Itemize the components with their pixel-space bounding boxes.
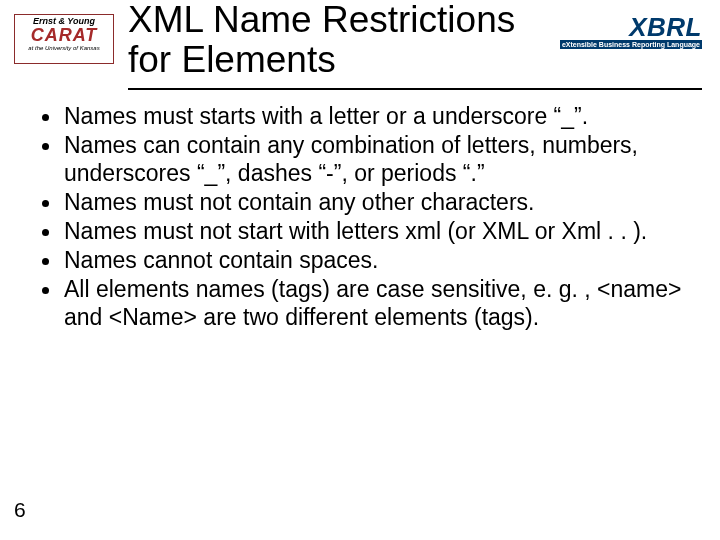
header-rule (128, 88, 702, 90)
xbrl-logo-tagline: eXtensible Business Reporting Language (560, 40, 702, 49)
page-number: 6 (14, 498, 26, 522)
logo-left-line3: at the University of Kansas (19, 45, 109, 51)
list-item: All elements names (tags) are case sensi… (38, 275, 698, 331)
slide-body: Names must starts with a letter or a und… (38, 102, 698, 332)
carat-logo: Ernst & Young CARAT at the University of… (14, 14, 114, 64)
logo-left-line2: CARAT (19, 26, 109, 45)
list-item: Names can contain any combination of let… (38, 131, 698, 187)
slide-header: Ernst & Young CARAT at the University of… (0, 0, 720, 95)
xbrl-logo-text: XBRL (629, 12, 702, 42)
list-item: Names cannot contain spaces. (38, 246, 698, 274)
list-item: Names must starts with a letter or a und… (38, 102, 698, 130)
list-item: Names must not contain any other charact… (38, 188, 698, 216)
title-line-1: XML Name Restrictions (128, 0, 515, 40)
xbrl-logo: XBRL eXtensible Business Reporting Langu… (560, 14, 702, 49)
title-line-2: for Elements (128, 39, 336, 80)
bullet-list: Names must starts with a letter or a und… (38, 102, 698, 331)
list-item: Names must not start with letters xml (o… (38, 217, 698, 245)
page-title: XML Name Restrictions for Elements (128, 0, 515, 80)
